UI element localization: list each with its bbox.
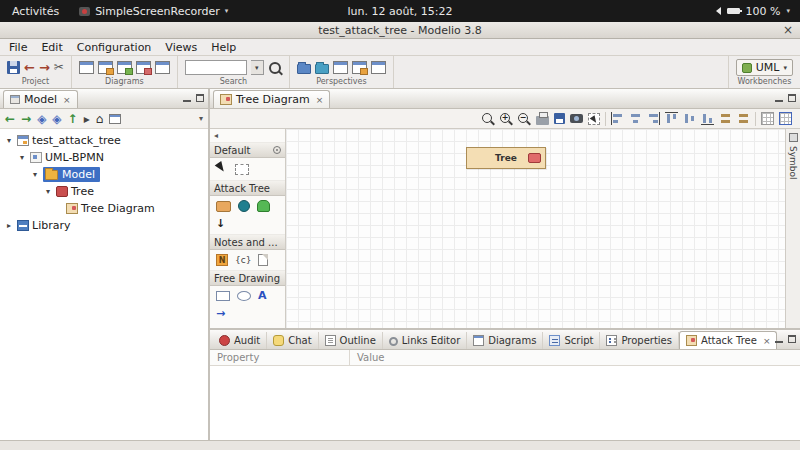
tab-tree-diagram[interactable]: Tree Diagram × [213,90,330,108]
tab-diagrams[interactable]: Diagrams [467,332,543,349]
expander-icon[interactable]: ▾ [30,170,40,179]
app-indicator[interactable]: SimpleScreenRecorder ▾ [71,0,236,22]
close-icon[interactable]: × [763,336,771,346]
minimize-icon[interactable] [775,94,783,102]
column-value[interactable]: Value [350,350,800,365]
show-grid-icon[interactable] [761,112,774,125]
properties-table-body[interactable] [210,366,800,440]
zoom-fit-icon[interactable] [482,112,495,126]
tree-row-library[interactable]: ▸ Library [0,217,208,234]
tree-row-project[interactable]: ▾ test_attack_tree [0,132,208,149]
cut-icon[interactable]: ✂ [54,61,64,74]
activities-button[interactable]: Activités [0,0,71,22]
snapshot-icon[interactable] [570,114,583,123]
show-diagrams-icon[interactable] [109,114,121,124]
palette-section-notes[interactable]: Notes and ... [210,234,285,250]
marquee-tool-icon[interactable] [235,164,249,175]
tree-root-tool-icon[interactable] [216,201,231,212]
nav-related-prev-icon[interactable]: ◈ [37,113,46,125]
same-width-icon[interactable] [737,112,750,125]
palette-section-attack-tree[interactable]: Attack Tree [210,180,285,196]
rectangle-tool-icon[interactable] [216,291,230,301]
save-project-icon[interactable] [7,61,20,74]
tree-row-tree-diagram[interactable]: Tree Diagram [0,200,208,217]
nav-back-icon[interactable]: ← [5,113,15,125]
workbench-selector[interactable]: UML ▾ [736,59,793,76]
tree-row-model[interactable]: ▾ Model [0,166,208,183]
system-tray[interactable]: 100 % ▾ [712,5,800,18]
perspective-folder-icon[interactable] [297,64,311,74]
selection-mode-icon[interactable] [588,113,600,125]
zoom-in-icon[interactable]: + [500,112,513,126]
menu-edit[interactable]: Edit [34,41,69,54]
tab-links-editor[interactable]: Links Editor [383,332,467,349]
ellipse-tool-icon[interactable] [237,291,251,301]
matrix-diagram-icon[interactable] [155,61,170,74]
tree-row-uml-bpmn[interactable]: ▾ UML-BPMN [0,149,208,166]
perspective-folder-alt-icon[interactable] [315,64,329,74]
perspective-full-icon[interactable] [371,61,386,74]
and-gate-tool-icon[interactable] [238,200,250,212]
constraint-tool-icon[interactable]: {c} [235,254,251,266]
or-gate-tool-icon[interactable] [257,200,270,212]
redo-icon[interactable]: → [39,61,50,74]
search-history-dropdown[interactable]: ▾ [251,60,264,75]
note-tool-icon[interactable]: N [216,254,228,266]
menu-configuration[interactable]: Configuration [70,41,159,54]
zoom-out-icon[interactable]: − [518,112,531,126]
save-diagram-icon[interactable] [554,113,565,124]
palette-section-default[interactable]: Default [210,142,285,158]
search-input[interactable] [185,60,247,75]
same-size-icon[interactable] [719,112,732,125]
align-bottom-icon[interactable] [701,112,714,125]
tab-outline[interactable]: Outline [319,332,383,349]
maximize-icon[interactable] [788,335,796,343]
menu-views[interactable]: Views [158,41,204,54]
search-icon[interactable] [268,61,282,75]
align-top-icon[interactable] [665,112,678,125]
perspective-diagram-icon[interactable] [352,61,367,74]
nav-forward-icon[interactable]: → [21,113,31,125]
expander-icon[interactable]: ▾ [43,187,53,196]
sequence-diagram-icon[interactable] [117,61,132,74]
selected-tree-item[interactable]: Model [43,167,100,182]
nav-related-next-icon[interactable]: ◈ [52,113,61,125]
new-diagram-icon[interactable] [98,61,113,74]
close-icon[interactable]: × [63,95,71,105]
symbol-sidebar[interactable]: Symbol [785,129,800,328]
align-left-icon[interactable] [611,112,624,125]
align-center-icon[interactable] [629,112,642,125]
expander-icon[interactable]: ▾ [4,136,14,145]
column-property[interactable]: Property [210,350,350,365]
tab-attack-tree[interactable]: Attack Tree × [679,331,777,349]
tab-properties[interactable]: Properties [600,332,679,349]
menu-file[interactable]: File [2,41,34,54]
maximize-icon[interactable] [788,94,796,102]
maximize-icon[interactable] [196,94,204,102]
tree-root-node[interactable]: Tree [466,147,546,169]
expander-icon[interactable]: ▸ [4,221,14,230]
select-tool-icon[interactable] [215,161,230,177]
nav-up-icon[interactable]: ↑ [68,113,78,125]
link-tool-icon[interactable]: ↓ [216,218,225,230]
menu-help[interactable]: Help [204,41,243,54]
snap-to-grid-icon[interactable] [779,112,792,125]
diagram-canvas[interactable]: Tree [286,129,785,328]
document-tool-icon[interactable] [258,254,268,266]
undo-icon[interactable]: ← [24,61,35,74]
minimize-icon[interactable] [183,94,191,102]
window-close-button[interactable]: × [783,22,793,38]
class-diagram-icon[interactable] [79,61,94,74]
tab-chat[interactable]: Chat [267,332,318,349]
expander-icon[interactable]: ▾ [17,153,27,162]
text-tool-icon[interactable]: A [258,290,267,302]
usecase-diagram-icon[interactable] [136,61,151,74]
tab-model[interactable]: Model × [3,90,78,108]
palette-section-free-drawing[interactable]: Free Drawing [210,270,285,286]
line-tool-icon[interactable]: → [216,308,225,320]
palette-collapse[interactable]: ◂ [210,129,285,142]
pin-icon[interactable] [273,146,281,154]
perspective-modeling-icon[interactable] [333,61,348,74]
align-right-icon[interactable] [647,112,660,125]
minimize-icon[interactable] [775,335,783,343]
